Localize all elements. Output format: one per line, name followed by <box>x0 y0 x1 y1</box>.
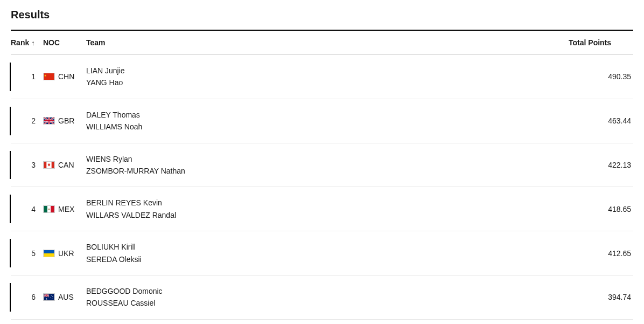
points-cell: 422.13 <box>569 143 633 187</box>
flag-icon <box>43 293 55 301</box>
noc-code: CHN <box>58 72 74 81</box>
col-header-rank-label: Rank <box>11 38 29 47</box>
col-header-noc[interactable]: NOC <box>43 30 86 55</box>
athlete-name: BERLIN REYES Kevin <box>86 197 376 209</box>
points-cell: 364.41 <box>569 319 633 324</box>
noc-code: UKR <box>58 249 74 258</box>
athlete-name: DALEY Thomas <box>86 109 376 121</box>
table-row[interactable]: 3CANWIENS RylanZSOMBOR-MURRAY Nathan422.… <box>11 143 633 187</box>
flag-icon <box>43 73 55 80</box>
athlete-name: WIENS Rylan <box>86 153 376 165</box>
noc-code: AUS <box>58 293 74 301</box>
page-title: Results <box>11 9 633 21</box>
flag-icon <box>43 250 55 257</box>
table-row[interactable]: 7GERBARTHEL TimoEIKERMANN GREGORCHUK Jad… <box>11 319 633 324</box>
table-row[interactable]: 4MEXBERLIN REYES KevinWILLARS VALDEZ Ran… <box>11 187 633 231</box>
rank-cell: 3 <box>11 143 43 187</box>
results-body: 1CHNLIAN JunjieYANG Hao490.352GBRDALEY T… <box>11 55 633 325</box>
rank-cell: 2 <box>11 99 43 143</box>
spacer-cell <box>380 319 569 324</box>
team-cell: DALEY ThomasWILLIAMS Noah <box>86 99 380 143</box>
spacer-cell <box>380 99 569 143</box>
spacer-cell <box>380 55 569 99</box>
athlete-name: WILLARS VALDEZ Randal <box>86 209 376 221</box>
athlete-name: WILLIAMS Noah <box>86 121 376 133</box>
athlete-name: LIAN Junjie <box>86 65 376 77</box>
noc-code: GBR <box>58 116 74 125</box>
noc-cell: CHN <box>43 55 86 99</box>
noc-cell: GBR <box>43 99 86 143</box>
athlete-name: BEDGGOOD Domonic <box>86 285 376 297</box>
results-table: Rank↑ NOC Team Total Points 1CHNLIAN Jun… <box>11 30 633 324</box>
noc-cell: MEX <box>43 187 86 231</box>
athlete-name: BOLIUKH Kirill <box>86 241 376 253</box>
flag-icon <box>43 161 55 169</box>
table-row[interactable]: 1CHNLIAN JunjieYANG Hao490.35 <box>11 55 633 99</box>
rank-cell: 5 <box>11 231 43 275</box>
noc-cell: UKR <box>43 231 86 275</box>
col-header-rank[interactable]: Rank↑ <box>11 30 43 55</box>
rank-cell: 6 <box>11 275 43 319</box>
noc-code: MEX <box>58 205 74 213</box>
sort-asc-icon: ↑ <box>31 39 35 47</box>
table-row[interactable]: 5UKRBOLIUKH KirillSEREDA Oleksii412.65 <box>11 231 633 275</box>
spacer-cell <box>380 275 569 319</box>
table-row[interactable]: 2GBRDALEY ThomasWILLIAMS Noah463.44 <box>11 99 633 143</box>
table-row[interactable]: 6AUSBEDGGOOD DomonicROUSSEAU Cassiel394.… <box>11 275 633 319</box>
rank-cell: 7 <box>11 319 43 324</box>
points-cell: 463.44 <box>569 99 633 143</box>
col-header-spacer <box>380 30 569 55</box>
team-cell: BOLIUKH KirillSEREDA Oleksii <box>86 231 380 275</box>
points-cell: 412.65 <box>569 231 633 275</box>
points-cell: 418.65 <box>569 187 633 231</box>
flag-icon <box>43 205 55 213</box>
team-cell: BARTHEL TimoEIKERMANN GREGORCHUK Jaden S… <box>86 319 380 324</box>
noc-cell: CAN <box>43 143 86 187</box>
col-header-team[interactable]: Team <box>86 30 380 55</box>
team-cell: BERLIN REYES KevinWILLARS VALDEZ Randal <box>86 187 380 231</box>
spacer-cell <box>380 187 569 231</box>
noc-cell: AUS <box>43 275 86 319</box>
col-header-points[interactable]: Total Points <box>569 30 633 55</box>
team-cell: WIENS RylanZSOMBOR-MURRAY Nathan <box>86 143 380 187</box>
team-cell: BEDGGOOD DomonicROUSSEAU Cassiel <box>86 275 380 319</box>
rank-cell: 4 <box>11 187 43 231</box>
points-cell: 394.74 <box>569 275 633 319</box>
athlete-name: ROUSSEAU Cassiel <box>86 297 376 309</box>
athlete-name: SEREDA Oleksii <box>86 253 376 265</box>
spacer-cell <box>380 143 569 187</box>
rank-cell: 1 <box>11 55 43 99</box>
athlete-name: YANG Hao <box>86 77 376 88</box>
flag-icon <box>43 117 55 125</box>
team-cell: LIAN JunjieYANG Hao <box>86 55 380 99</box>
noc-cell: GER <box>43 319 86 324</box>
points-cell: 490.35 <box>569 55 633 99</box>
athlete-name: ZSOMBOR-MURRAY Nathan <box>86 165 376 177</box>
spacer-cell <box>380 231 569 275</box>
noc-code: CAN <box>58 161 74 169</box>
